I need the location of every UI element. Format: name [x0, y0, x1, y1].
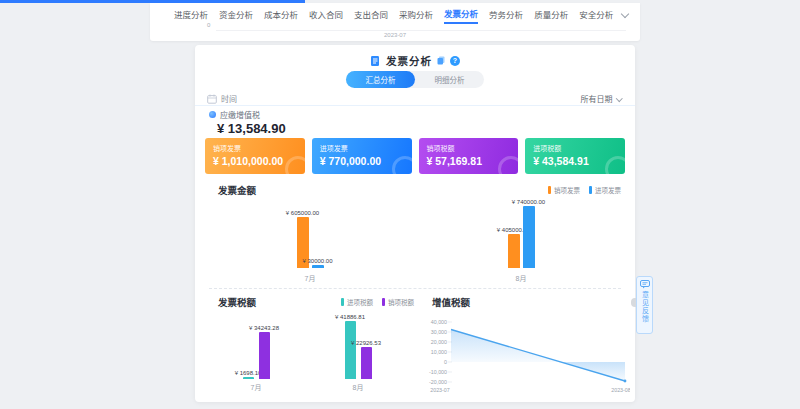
nav-tab-0[interactable]: 进度分析	[174, 4, 208, 23]
chevron-down-icon[interactable]	[616, 95, 622, 101]
top-accent-bar	[0, 0, 305, 3]
vat-payable-label: 应缴增值税	[220, 109, 260, 120]
vat-payable-value: ¥ 13,584.90	[217, 121, 286, 136]
time-filter-label: 时间	[221, 93, 237, 104]
svg-text:30,000: 30,000	[431, 329, 447, 335]
bar-销项税额-8月	[361, 347, 372, 379]
section-divider	[195, 105, 635, 106]
pages-icon	[437, 56, 445, 65]
analysis-mode-toggle: 汇总分析 明细分析	[346, 71, 484, 88]
bar-value-label: ¥ 1698.10	[235, 370, 262, 376]
kpi-decoration-icon	[605, 156, 625, 174]
bar-x-label: 8月	[516, 273, 527, 283]
svg-text:-20,000: -20,000	[429, 379, 447, 385]
kpi-card-3[interactable]: 进项税额¥ 43,584.91	[525, 138, 625, 174]
bar-x-label: 8月	[353, 382, 364, 392]
nav-tab-9[interactable]: 安全分析	[579, 4, 613, 23]
page-title: 发票分析	[386, 53, 432, 68]
bar-进项税额-8月	[345, 321, 356, 379]
nav-tabs: 进度分析资金分析成本分析收入合同支出合同采购分析发票分析劳务分析质量分析安全分析	[174, 3, 606, 24]
toggle-summary-analysis[interactable]: 汇总分析	[346, 71, 415, 88]
kpi-card-label: 进项发票	[320, 143, 412, 153]
svg-text:40,000: 40,000	[431, 319, 447, 325]
nav-tab-5[interactable]: 采购分析	[399, 4, 433, 23]
svg-text:2023-07: 2023-07	[430, 387, 449, 393]
kpi-card-label: 销项发票	[213, 143, 305, 153]
bar-进项发票-8月	[523, 206, 535, 268]
vat-line-chart-title: 增值税额	[432, 295, 470, 309]
invoice-amount-bar-chart: ¥ 605000.00¥ 30000.007月¥ 405000.00¥ 7400…	[195, 192, 635, 284]
bar-value-label: ¥ 605000.00	[286, 210, 319, 216]
bar-销项发票-8月	[508, 234, 520, 268]
bar-value-label: ¥ 41886.81	[335, 314, 365, 320]
nav-tab-4[interactable]: 支出合同	[354, 4, 388, 23]
bar-value-label: ¥ 34243.28	[249, 325, 279, 331]
chat-bubble-icon	[640, 280, 650, 289]
bar-进项发票-7月	[312, 265, 324, 268]
kpi-decoration-icon	[498, 156, 518, 174]
invoice-analysis-page: 进度分析资金分析成本分析收入合同支出合同采购分析发票分析劳务分析质量分析安全分析…	[0, 0, 800, 409]
remnant-x-label: 2023-07	[150, 32, 640, 38]
kpi-card-2[interactable]: 销项税额¥ 57,169.81	[419, 138, 519, 174]
feedback-button[interactable]: 意见反馈	[636, 276, 653, 334]
remnant-axis-zero: 0	[207, 22, 210, 28]
feedback-label: 意见反馈	[640, 291, 650, 323]
nav-tab-7[interactable]: 劳务分析	[489, 4, 523, 23]
bar-x-label: 7月	[251, 382, 262, 392]
analysis-nav-bar: 进度分析资金分析成本分析收入合同支出合同采购分析发票分析劳务分析质量分析安全分析…	[150, 3, 640, 41]
bar-进项税额-7月	[243, 377, 254, 379]
question-circle-icon[interactable]: ?	[450, 56, 460, 66]
invoice-analysis-panel: 发票分析 ? 汇总分析 明细分析 时间 所有日期	[195, 45, 635, 402]
bar-value-label: ¥ 22926.53	[351, 340, 381, 346]
svg-text:-10,000: -10,000	[429, 369, 447, 375]
nav-tab-1[interactable]: 资金分析	[219, 4, 253, 23]
time-filter-row: 时间 所有日期	[207, 92, 623, 105]
bar-value-label: ¥ 740000.00	[512, 199, 545, 205]
kpi-card-row: 销项发票¥ 1,010,000.00进项发票¥ 770,000.00销项税额¥ …	[205, 138, 625, 174]
nav-tab-3[interactable]: 收入合同	[309, 4, 343, 23]
svg-text:0: 0	[444, 359, 447, 365]
bar-value-label: ¥ 30000.00	[302, 258, 332, 264]
document-icon	[370, 55, 381, 67]
svg-text:10,000: 10,000	[431, 349, 447, 355]
nav-collapse-chevron-down-icon[interactable]	[621, 10, 629, 18]
bar-x-label: 7月	[305, 273, 316, 283]
kpi-card-1[interactable]: 进项发票¥ 770,000.00	[312, 138, 412, 174]
invoice-tax-bar-chart: ¥ 1698.10¥ 34243.287月¥ 41886.81¥ 22926.5…	[195, 301, 410, 393]
summary-bullet-icon	[209, 111, 216, 118]
nav-tab-6[interactable]: 发票分析	[444, 3, 478, 24]
svg-text:2023-08: 2023-08	[611, 387, 630, 393]
analysis-mode-toggle-wrap: 汇总分析 明细分析	[195, 71, 635, 88]
vat-line-chart: 40,00030,00020,00010,0000-10,000-20,0002…	[425, 308, 630, 398]
panel-title-row: 发票分析 ?	[195, 53, 635, 68]
kpi-card-label: 销项税额	[427, 143, 519, 153]
bar-销项税额-7月	[259, 332, 270, 379]
remnant-gridline	[216, 30, 626, 31]
toggle-detail-analysis[interactable]: 明细分析	[415, 71, 484, 88]
date-range-select[interactable]: 所有日期	[581, 93, 613, 104]
dashed-divider	[209, 288, 621, 289]
calendar-icon	[207, 94, 217, 104]
svg-text:20,000: 20,000	[431, 339, 447, 345]
kpi-card-label: 进项税额	[533, 143, 625, 153]
nav-tab-2[interactable]: 成本分析	[264, 4, 298, 23]
nav-tab-8[interactable]: 质量分析	[534, 4, 568, 23]
kpi-card-0[interactable]: 销项发票¥ 1,010,000.00	[205, 138, 305, 174]
